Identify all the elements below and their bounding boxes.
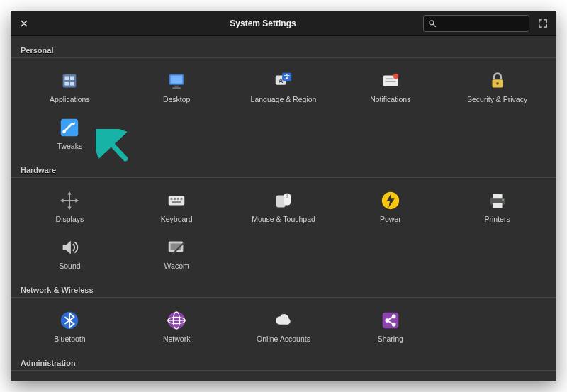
window-title: System Settings (108, 18, 417, 28)
sharing-icon (379, 309, 402, 332)
search-icon (428, 19, 437, 28)
svg-point-42 (502, 199, 503, 201)
svg-rect-10 (173, 87, 181, 89)
item-desktop[interactable]: Desktop (123, 67, 230, 106)
item-notifications[interactable]: Notifications (337, 67, 444, 106)
item-sharing[interactable]: Sharing (337, 306, 444, 346)
item-label: Printers (485, 215, 510, 223)
item-label: Security & Privacy (467, 95, 527, 103)
item-label: Wacom (164, 262, 189, 270)
sound-icon (58, 236, 81, 259)
svg-rect-5 (65, 82, 69, 86)
svg-point-22 (63, 130, 67, 133)
item-date-time[interactable]: Date & Time (16, 379, 123, 381)
item-wacom[interactable]: Wacom (123, 233, 230, 273)
settings-window: System Settings Personal Applications (11, 11, 556, 381)
item-label: Sound (59, 262, 80, 270)
svg-rect-9 (174, 86, 179, 88)
section-hardware: Hardware (11, 160, 556, 178)
svg-rect-51 (383, 313, 399, 329)
desktop-icon (165, 69, 188, 92)
language-icon: A文 (272, 69, 295, 92)
item-user-accounts[interactable]: User Accounts (444, 379, 551, 381)
svg-marker-25 (68, 191, 72, 195)
item-sound[interactable]: Sound (16, 233, 123, 273)
wacom-icon (165, 236, 188, 259)
svg-rect-3 (65, 76, 69, 80)
power-icon (379, 189, 402, 212)
svg-rect-6 (70, 82, 74, 86)
item-bluetooth[interactable]: Bluetooth (16, 306, 123, 346)
item-language-region[interactable]: A文 Language & Region (230, 67, 337, 106)
item-online-accounts[interactable]: Online Accounts (230, 306, 337, 346)
settings-body: Personal Applications Desktop A文 Languag… (11, 36, 556, 381)
maximize-button[interactable] (535, 16, 551, 31)
search-input[interactable] (442, 18, 543, 28)
svg-point-0 (430, 20, 434, 24)
svg-rect-40 (493, 194, 502, 199)
item-system[interactable]: System (230, 379, 337, 381)
section-network: Network & Wireless (11, 280, 556, 298)
svg-point-20 (496, 82, 499, 85)
item-printers[interactable]: Printers (444, 186, 551, 226)
cloud-icon (272, 309, 295, 332)
item-label: Notifications (370, 95, 410, 103)
item-label: Desktop (163, 95, 191, 103)
grid-network: Bluetooth Network Online Accounts Sharin… (11, 302, 556, 353)
svg-rect-41 (493, 203, 502, 208)
item-mouse-touchpad[interactable]: Mouse & Touchpad (230, 186, 337, 226)
item-displays[interactable]: Displays (16, 186, 123, 226)
svg-rect-29 (169, 196, 185, 206)
section-admin: Administration (11, 353, 556, 371)
item-label: Network (163, 335, 191, 343)
search-field[interactable] (423, 15, 529, 32)
keyboard-icon (165, 189, 188, 212)
tweaks-icon (58, 116, 81, 139)
item-label: Bluetooth (54, 335, 85, 343)
item-label: Sharing (378, 335, 403, 343)
item-network[interactable]: Network (123, 306, 230, 346)
close-button[interactable] (16, 16, 32, 31)
item-label: Applications (50, 95, 90, 103)
item-screen-time[interactable]: Screen Time & Limits (123, 379, 230, 381)
svg-rect-34 (172, 201, 181, 203)
network-icon (165, 309, 188, 332)
item-label: Displays (56, 215, 84, 223)
displays-icon (58, 189, 81, 212)
header-bar: System Settings (11, 11, 556, 36)
svg-rect-31 (174, 198, 176, 200)
svg-text:文: 文 (284, 74, 290, 80)
item-universal-access[interactable]: Universal Access (337, 379, 444, 381)
grid-hardware: Displays Keyboard Mouse & Touchpad Power (11, 182, 556, 280)
svg-marker-28 (76, 198, 79, 203)
svg-point-18 (393, 74, 399, 79)
svg-rect-33 (181, 198, 183, 200)
item-keyboard[interactable]: Keyboard (123, 186, 230, 226)
mouse-icon (272, 189, 295, 212)
item-security-privacy[interactable]: Security & Privacy (444, 67, 551, 106)
svg-line-1 (434, 24, 436, 26)
item-tweaks[interactable]: Tweaks (16, 113, 123, 153)
svg-rect-8 (171, 76, 183, 84)
grid-personal: Applications Desktop A文 Language & Regio… (11, 62, 556, 160)
svg-marker-26 (68, 207, 72, 211)
svg-marker-27 (60, 198, 64, 203)
item-label: Language & Region (251, 95, 317, 103)
lock-icon (486, 69, 509, 92)
item-label: Online Accounts (257, 335, 310, 343)
item-label: Power (380, 215, 401, 223)
svg-rect-30 (171, 198, 173, 200)
bluetooth-icon (58, 309, 81, 332)
item-label: Tweaks (57, 142, 83, 150)
svg-rect-32 (177, 198, 179, 200)
item-label: Mouse & Touchpad (252, 215, 315, 223)
applications-icon (58, 69, 81, 92)
item-applications[interactable]: Applications (16, 67, 123, 106)
section-personal: Personal (11, 40, 556, 58)
svg-rect-17 (385, 81, 395, 82)
item-power[interactable]: Power (337, 186, 444, 226)
svg-rect-4 (70, 76, 74, 80)
item-label: Keyboard (161, 215, 193, 223)
svg-rect-16 (385, 78, 393, 79)
grid-admin: Date & Time Screen Time & Limits System … (11, 375, 556, 381)
